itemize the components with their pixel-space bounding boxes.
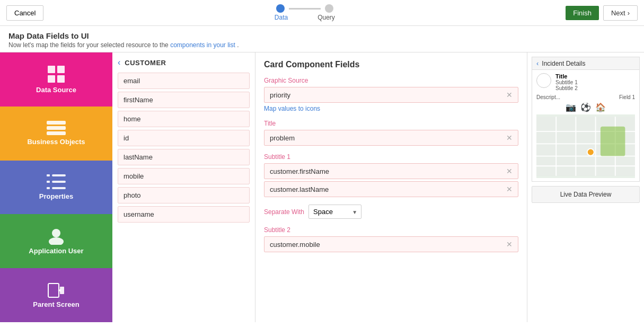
preview-card: ‹ Incident Details Title Subtitle 1 Subt… <box>532 57 640 182</box>
graphic-source-group: Graphic Source priority ✕ Map values to … <box>264 77 518 112</box>
card-fields-panel: Card Component Fields Graphic Source pri… <box>255 52 527 322</box>
preview-card-header: ‹ Incident Details <box>532 57 639 70</box>
field-item-lastname[interactable]: lastName <box>118 149 250 165</box>
title-value: problem <box>270 134 502 142</box>
svg-point-13 <box>52 229 60 237</box>
preview-map <box>536 114 635 178</box>
camera-icon: 📷 <box>566 102 576 112</box>
field-item-home[interactable]: home <box>118 111 250 127</box>
sidebar-app-user-label: Application User <box>29 247 83 255</box>
sidebar-data-source-label: Data Source <box>36 86 76 94</box>
svg-rect-26 <box>601 127 625 156</box>
svg-rect-15 <box>48 283 59 297</box>
step-labels: Data Query <box>275 14 335 21</box>
graphic-source-value: priority <box>270 91 502 99</box>
next-icon: › <box>628 9 630 17</box>
field-item-mobile[interactable]: mobile <box>118 168 250 184</box>
description-link[interactable]: components in your list <box>170 41 235 49</box>
preview-back-icon[interactable]: ‹ <box>536 59 539 67</box>
preview-desc-label: Descript... <box>536 94 560 100</box>
graphic-source-label: Graphic Source <box>264 77 518 84</box>
subtitle2-remove[interactable]: ✕ <box>506 240 513 249</box>
page-header: Map Data Fields to UI Now let's map the … <box>0 26 644 52</box>
field-item-username[interactable]: username <box>118 206 250 223</box>
separate-select-wrapper: Space Comma Dash None <box>308 205 361 219</box>
preview-subtitle2: Subtitle 2 <box>555 85 578 91</box>
preview-field-label: Field 1 <box>619 94 635 100</box>
step-line <box>289 8 321 10</box>
subtitle1-value1-remove[interactable]: ✕ <box>506 167 513 175</box>
svg-rect-6 <box>47 131 66 135</box>
preview-subtitle1: Subtitle 1 <box>555 79 578 85</box>
live-data-preview-button[interactable]: Live Data Preview <box>532 186 640 203</box>
title-remove[interactable]: ✕ <box>506 134 513 142</box>
subtitle1-value1: customer.firstName <box>270 167 502 175</box>
svg-rect-1 <box>57 66 65 73</box>
sidebar-item-parent-screen[interactable]: Parent Screen <box>0 268 112 322</box>
title-label: Title <box>264 120 518 127</box>
sidebar-item-properties[interactable]: Properties <box>0 161 112 215</box>
card-fields-title: Card Component Fields <box>264 60 518 69</box>
main-layout: Data Source Business Objects <box>0 52 644 322</box>
preview-panel: ‹ Incident Details Title Subtitle 1 Subt… <box>527 52 644 322</box>
subtitle2-label: Subtitle 2 <box>264 226 518 234</box>
field-panel-header: ‹ CUSTOMER <box>118 58 250 67</box>
sidebar-item-business-objects[interactable]: Business Objects <box>0 107 112 161</box>
preview-desc-row: Descript... Field 1 <box>536 94 635 100</box>
subtitle1-label: Subtitle 1 <box>264 153 518 161</box>
field-item-email[interactable]: email <box>118 73 250 89</box>
sidebar-item-data-source[interactable]: Data Source <box>0 52 112 107</box>
preview-item-row: Title Subtitle 1 Subtitle 2 <box>536 73 635 91</box>
sidebar-parent-screen-label: Parent Screen <box>33 300 79 308</box>
properties-icon <box>47 174 66 190</box>
stepper-container: Data Query <box>275 4 335 21</box>
preview-header-title: Incident Details <box>542 60 585 67</box>
separate-select[interactable]: Space Comma Dash None <box>308 205 361 219</box>
page-description: Now let's map the fields for your select… <box>8 41 636 49</box>
sidebar-item-app-user[interactable]: Application User <box>0 214 112 268</box>
sidebar: Data Source Business Objects <box>0 52 112 322</box>
preview-avatar <box>536 73 551 88</box>
separate-label: Separate With <box>264 208 304 216</box>
business-objects-icon <box>47 121 66 136</box>
parent-screen-icon <box>47 282 65 298</box>
svg-rect-2 <box>48 75 55 83</box>
title-group: Title problem ✕ <box>264 120 518 146</box>
step-query-label: Query <box>317 14 335 21</box>
svg-rect-9 <box>52 181 66 183</box>
data-source-icon <box>47 65 66 84</box>
subtitle1-value2-remove[interactable]: ✕ <box>506 185 513 193</box>
top-bar-right: Finish Next › <box>566 5 638 21</box>
subtitle1-value2: customer.lastName <box>270 185 502 193</box>
svg-rect-11 <box>52 187 66 189</box>
map-values-link[interactable]: Map values to icons <box>264 105 518 112</box>
field-panel: ‹ CUSTOMER email firstName home id lastN… <box>112 52 255 322</box>
home-icon: 🏠 <box>595 102 606 112</box>
svg-point-14 <box>49 237 64 245</box>
step-data-label: Data <box>275 14 288 21</box>
preview-title: Title <box>555 73 578 79</box>
top-bar: Cancel Data Query Finish Next › <box>0 0 644 26</box>
svg-rect-0 <box>48 66 55 73</box>
field-item-id[interactable]: id <box>118 130 250 146</box>
field-panel-back[interactable]: ‹ <box>118 58 120 67</box>
next-label: Next <box>611 9 625 17</box>
graphic-source-box: priority ✕ <box>264 87 518 103</box>
subtitle1-group: Subtitle 1 customer.firstName ✕ customer… <box>264 153 518 197</box>
page-title: Map Data Fields to UI <box>8 31 636 40</box>
next-button[interactable]: Next › <box>603 5 638 21</box>
cancel-button[interactable]: Cancel <box>6 5 43 21</box>
field-item-firstname[interactable]: firstName <box>118 92 250 108</box>
finish-button[interactable]: Finish <box>566 6 599 20</box>
step-data-dot <box>276 4 285 13</box>
graphic-source-remove[interactable]: ✕ <box>506 91 513 99</box>
field-panel-title: CUSTOMER <box>125 59 166 67</box>
subtitle1-value1-box: customer.firstName ✕ <box>264 163 518 179</box>
preview-text-block: Title Subtitle 1 Subtitle 2 <box>555 73 578 91</box>
field-item-photo[interactable]: photo <box>118 187 250 203</box>
title-box: problem ✕ <box>264 130 518 146</box>
soccer-icon: ⚽ <box>580 102 591 112</box>
svg-rect-10 <box>47 181 50 183</box>
separate-row: Separate With Space Comma Dash None <box>264 205 518 219</box>
svg-rect-5 <box>47 126 66 130</box>
